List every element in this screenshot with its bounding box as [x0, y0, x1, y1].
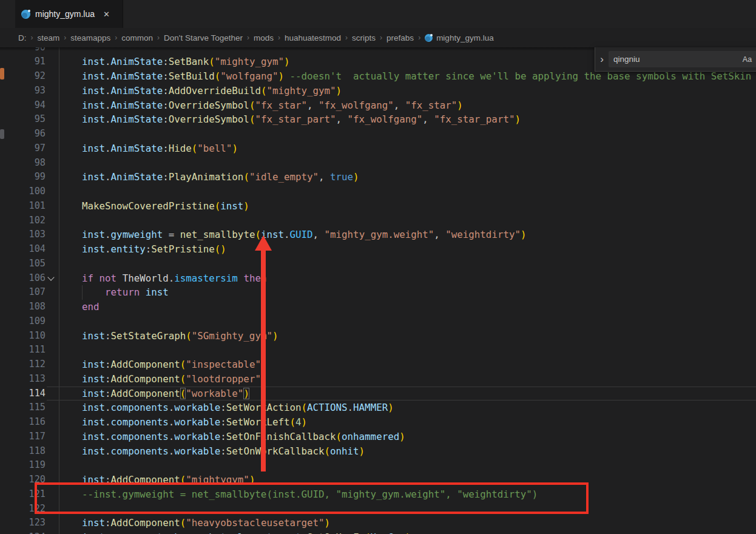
- breadcrumb-item[interactable]: prefabs: [386, 33, 414, 42]
- code-token: ): [399, 431, 405, 442]
- breadcrumb-label: huahuatestmod: [285, 33, 341, 42]
- code-token: [59, 330, 82, 342]
- breadcrumb-item[interactable]: steamapps: [70, 33, 110, 42]
- code-token: [59, 143, 82, 154]
- code-line-121[interactable]: --inst.gymweight = net_smallbyte(inst.GU…: [59, 487, 538, 502]
- code-line-95[interactable]: inst.AnimState:OverrideSymbol("fx_star_p…: [59, 112, 521, 127]
- line-number: 115: [0, 400, 46, 415]
- code-line-112[interactable]: inst:AddComponent("inspectable"): [59, 357, 266, 372]
- code-line-91[interactable]: inst.AnimState:SetBank("mighty_gym"): [59, 55, 289, 69]
- code-token: =: [163, 229, 180, 240]
- breadcrumb-item[interactable]: steam: [38, 33, 60, 42]
- code-token: [59, 517, 82, 529]
- code-token: ,: [319, 171, 330, 183]
- code-token: components: [111, 402, 169, 413]
- code-token: net_smallbyte: [180, 229, 255, 240]
- line-number: 96: [0, 127, 46, 141]
- code-token: (: [249, 100, 255, 111]
- fold-chevron-icon[interactable]: [47, 274, 55, 282]
- match-case-button[interactable]: Aa: [740, 54, 755, 65]
- code-line-99[interactable]: inst.AnimState:PlayAnimation("idle_empty…: [59, 170, 359, 184]
- find-input[interactable]: [609, 55, 740, 64]
- code-token: ): [325, 517, 331, 529]
- code-token: ): [515, 113, 521, 125]
- code-token: "workable": [186, 388, 243, 399]
- code-token: end: [82, 301, 100, 313]
- code-token: "fx_star": [255, 100, 307, 111]
- code-token: "wolfgang": [220, 70, 278, 82]
- code-line-120[interactable]: inst:AddComponent("mightygym"): [59, 473, 255, 487]
- code-token: [59, 200, 82, 212]
- code-token: [59, 85, 82, 96]
- code-token: [59, 445, 82, 457]
- code-token: inst: [82, 388, 105, 399]
- code-token: .: [105, 171, 111, 183]
- code-token: --inst.gymweight = net_smallbyte(inst.GU…: [82, 488, 538, 500]
- breadcrumb-item[interactable]: scripts: [352, 33, 376, 42]
- code-line-106[interactable]: if not TheWorld.ismastersim then: [59, 271, 266, 286]
- code-token: [59, 113, 82, 125]
- breadcrumb-item[interactable]: mods: [254, 33, 274, 42]
- line-number: 118: [0, 444, 46, 459]
- code-token: workable: [174, 445, 220, 457]
- code-token: "inspectable": [186, 359, 261, 370]
- code-token: inst: [82, 100, 105, 111]
- line-number: 95: [0, 112, 46, 127]
- line-number: 103: [0, 228, 46, 242]
- code-line-123[interactable]: inst:AddComponent("heavyobstacleusetarge…: [59, 516, 330, 530]
- code-token: .: [105, 402, 111, 413]
- code-token: ): [457, 100, 463, 111]
- code-line-117[interactable]: inst.components.workable:SetOnFinishCall…: [59, 430, 405, 444]
- breadcrumb-item[interactable]: D:: [18, 33, 27, 42]
- breadcrumb-item[interactable]: common: [121, 33, 153, 42]
- code-token: "fx_wolfgang": [348, 113, 423, 125]
- breadcrumb-separator-icon: ›: [115, 33, 117, 42]
- code-line-118[interactable]: inst.components.workable:SetOnWorkCallba…: [59, 444, 365, 459]
- code-line-124[interactable]: inst.components.heavyobstacleusetarget:S…: [59, 530, 411, 534]
- breadcrumb-separator-icon: ›: [64, 33, 66, 42]
- breadcrumb-item[interactable]: huahuatestmod: [285, 33, 341, 42]
- tab-close-icon[interactable]: ✕: [103, 10, 110, 18]
- code-line-110[interactable]: inst:SetStateGraph("SGmighty_gym"): [59, 329, 278, 343]
- code-line-94[interactable]: inst.AnimState:OverrideSymbol("fx_star",…: [59, 98, 463, 113]
- code-token: [59, 171, 82, 183]
- line-number: 97: [0, 141, 46, 156]
- code-token: "fx_star_part": [255, 113, 336, 125]
- line-number: 92: [0, 69, 46, 84]
- code-line-101[interactable]: MakeSnowCoveredPristine(inst): [59, 199, 249, 214]
- code-token: HAMMER: [353, 402, 388, 413]
- code-token: 4: [295, 416, 302, 428]
- code-line-103[interactable]: inst.gymweight = net_smallbyte(inst.GUID…: [59, 228, 526, 242]
- code-line-107[interactable]: return inst: [59, 285, 169, 300]
- line-number: 124: [0, 530, 46, 534]
- code-token: :: [163, 113, 169, 125]
- code-token: inst: [82, 402, 105, 413]
- breadcrumb-item[interactable]: Don't Starve Together: [164, 33, 243, 42]
- code-token: [59, 301, 82, 313]
- code-line-108[interactable]: end: [59, 300, 100, 314]
- code-line-113[interactable]: inst:AddComponent("lootdropper"): [59, 372, 266, 387]
- code-line-114[interactable]: inst:AddComponent("workable"): [59, 387, 249, 401]
- code-line-115[interactable]: inst.components.workable:SetWorkAction(A…: [59, 400, 394, 415]
- code-token: [59, 56, 82, 67]
- code-line-97[interactable]: inst.AnimState:Hide("bell"): [59, 141, 238, 156]
- tab-mighty-gym[interactable]: mighty_gym.lua ✕: [15, 0, 123, 28]
- code-token: "lootdropper": [186, 373, 261, 385]
- code-line-116[interactable]: inst.components.workable:SetWorkLeft(4): [59, 415, 307, 430]
- find-widget: › Aa ab: [595, 47, 756, 72]
- code-token: Hide: [169, 143, 192, 154]
- code-token: inst: [82, 56, 105, 67]
- code-token: AddComponent: [111, 474, 180, 485]
- code-token: :: [163, 70, 169, 82]
- breadcrumb-label: steam: [38, 33, 60, 42]
- code-line-93[interactable]: inst.AnimState:AddOverrideBuild("mighty_…: [59, 84, 342, 98]
- code-editor[interactable]: 9091929394959697989910010110210310410510…: [0, 47, 756, 534]
- breadcrumb-label: prefabs: [386, 33, 414, 42]
- code-line-104[interactable]: inst.entity:SetPristine(): [59, 242, 226, 257]
- toggle-replace-chevron-icon[interactable]: ›: [595, 53, 609, 66]
- code-token: inst: [261, 229, 284, 240]
- code-token: :: [105, 373, 111, 385]
- breadcrumb-item[interactable]: mighty_gym.lua: [425, 33, 494, 42]
- line-number: 93: [0, 84, 46, 98]
- code-token: AnimState: [111, 56, 163, 67]
